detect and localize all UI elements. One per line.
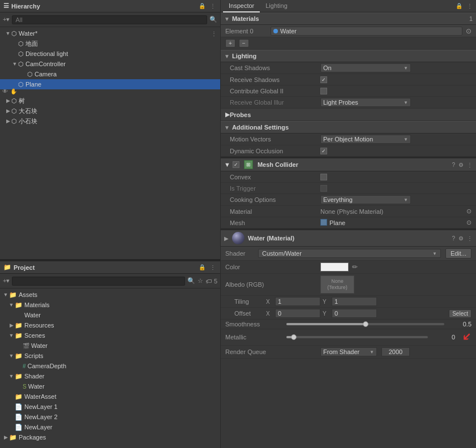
tree-arrow-camctrl: ▼ — [11, 61, 18, 67]
project-item-resources[interactable]: ▶ 📁 Resources — [0, 320, 220, 330]
eye-icon[interactable]: 👁 — [2, 88, 8, 94]
smoothness-value: 0.5 — [449, 321, 471, 328]
metallic-slider[interactable] — [286, 336, 428, 338]
project-tag-icon[interactable]: 🏷 — [205, 278, 212, 285]
project-item-scenes-water[interactable]: ▶ 🎬 Water — [0, 341, 220, 351]
tab-inspector[interactable]: Inspector — [223, 0, 260, 12]
hand-icon[interactable]: ✋ — [10, 88, 17, 94]
project-search-icon[interactable]: 🔍 — [187, 277, 195, 285]
tree-item-dirlight[interactable]: ▶ ⬡ Directional light — [0, 49, 220, 59]
eyedropper-icon[interactable]: ✏ — [352, 263, 358, 271]
watermat-help-icon[interactable]: ? — [452, 235, 455, 242]
render-queue-dropdown[interactable]: From Shader ▼ — [320, 347, 377, 356]
meshcollider-menu-icon[interactable]: ⋮ — [467, 162, 473, 168]
cast-shadows-dropdown[interactable]: On ▼ — [320, 63, 411, 72]
tree-item-dimian[interactable]: ▶ ⬡ 地面 — [0, 38, 220, 49]
project-item-waterasset[interactable]: ▶ 📁 WaterAsset — [0, 391, 220, 402]
contribute-global-checkbox[interactable] — [320, 88, 327, 94]
smoothness-slider[interactable] — [286, 323, 444, 325]
render-queue-dropdown-value: From Shader — [323, 348, 359, 355]
red-arrow-icon: ➔ — [458, 329, 475, 346]
tiling-x-input[interactable] — [275, 297, 320, 306]
project-item-scenes[interactable]: ▼ 📁 Scenes — [0, 330, 220, 341]
project-layer-icon[interactable]: 5 — [214, 278, 217, 285]
meshcollider-enabled-checkbox[interactable] — [233, 161, 239, 168]
project-item-water-shader[interactable]: ▶ S Water — [0, 381, 220, 391]
water-menu-icon[interactable]: ⋮ — [210, 30, 218, 37]
project-item-water-mat[interactable]: ▶ Water — [0, 310, 220, 320]
project-item-newlayer1[interactable]: ▶ 📄 NewLayer 1 — [0, 402, 220, 412]
project-item-newlayer2[interactable]: ▶ 📄 NewLayer 2 — [0, 412, 220, 422]
lighting-section-header[interactable]: ▼ Lighting — [221, 50, 476, 62]
watermat-menu-icon[interactable]: ⋮ — [467, 235, 473, 242]
mesh-target-icon[interactable]: ⊙ — [466, 219, 471, 226]
material-target-icon[interactable]: ⊙ — [466, 27, 471, 35]
physic-material-target-icon[interactable]: ⊙ — [466, 208, 471, 215]
inspector-lock-icon[interactable]: 🔒 — [454, 2, 464, 10]
project-item-newlayer[interactable]: ▶ 📄 NewLayer — [0, 422, 220, 432]
material-remove-button[interactable]: − — [239, 39, 249, 48]
motion-vectors-label: Motion Vectors — [230, 136, 320, 143]
tree-item-smallrock[interactable]: ▶ ⬡ 小石块 — [0, 116, 220, 126]
cube-icon-camera: ⬡ — [27, 71, 33, 78]
project-item-assets[interactable]: ▼ 📁 Assets — [0, 290, 220, 300]
additional-settings-header[interactable]: ▼ Additional Settings — [221, 121, 476, 133]
hierarchy-lock-icon[interactable]: 🔒 — [198, 2, 207, 10]
project-menu-icon[interactable]: ⋮ — [209, 264, 217, 271]
materials-arrow: ▼ — [8, 302, 15, 308]
project-lock-icon[interactable]: 🔒 — [198, 264, 207, 271]
tree-item-camctrl[interactable]: ▼ ⬡ CamController — [0, 59, 220, 69]
cooking-options-dropdown[interactable]: Everything ▼ — [320, 195, 411, 204]
shader-dropdown[interactable]: Custom/Water ▼ — [258, 249, 441, 258]
select-button[interactable]: Select — [449, 309, 471, 318]
color-swatch[interactable] — [320, 262, 349, 272]
shader-label: Shader — [225, 250, 254, 257]
mesh-value: Plane — [329, 219, 345, 226]
mesh-collider-header[interactable]: ▼ ⊞ Mesh Collider ? ⚙ ⋮ — [221, 157, 476, 171]
search-icon[interactable]: 🔍 — [209, 16, 217, 23]
water-material-header[interactable]: ▶ Water (Material) ? ⚙ ⋮ — [221, 229, 476, 247]
materials-section-header[interactable]: ▼ Materials 1 — [221, 12, 476, 25]
none-texture-box[interactable]: None(Texture) — [320, 275, 354, 294]
is-trigger-checkbox[interactable] — [320, 185, 327, 192]
project-favor-icon[interactable]: ☆ — [198, 277, 203, 285]
tab-lighting[interactable]: Lighting — [260, 0, 293, 12]
contribute-global-label: Contribute Global II — [230, 88, 320, 94]
project-search-input[interactable] — [12, 277, 185, 286]
offset-x-input[interactable] — [275, 309, 320, 318]
hierarchy-search-input[interactable] — [12, 15, 207, 24]
offset-xy-group: X Y — [266, 309, 445, 318]
project-item-materials[interactable]: ▼ 📁 Materials — [0, 300, 220, 310]
project-item-shader[interactable]: ▼ 📁 Shader — [0, 371, 220, 381]
add-icon[interactable]: +▾ — [3, 16, 10, 23]
tree-item-camera[interactable]: ▶ ⬡ Camera — [0, 69, 220, 79]
none-texture-label: None(Texture) — [327, 278, 348, 291]
receive-shadows-checkbox[interactable] — [320, 76, 327, 83]
tree-item-water[interactable]: ▼ ⬡ Water* ⋮ — [0, 28, 220, 38]
material-add-button[interactable]: + — [225, 39, 235, 48]
watermat-settings-icon[interactable]: ⚙ — [458, 235, 464, 242]
smoothness-thumb[interactable] — [363, 321, 368, 327]
tree-item-tree[interactable]: ▶ ⬡ 树 — [0, 96, 220, 106]
project-item-cameradepth[interactable]: ▶ # CameraDepth — [0, 361, 220, 371]
light-probes-dropdown[interactable]: Light Probes ▼ — [320, 98, 411, 107]
material-value-box[interactable]: Water — [271, 27, 462, 36]
convex-checkbox[interactable] — [320, 174, 327, 180]
tiling-y-input[interactable] — [332, 297, 377, 306]
dynamic-occlusion-checkbox[interactable] — [320, 148, 327, 154]
meshcollider-help-icon[interactable]: ? — [452, 162, 455, 168]
meshcollider-settings-icon[interactable]: ⚙ — [458, 162, 464, 168]
project-item-packages[interactable]: ▶ 📁 Packages — [0, 432, 220, 442]
offset-y-input[interactable] — [332, 309, 377, 318]
project-item-scripts[interactable]: ▼ 📁 Scripts — [0, 351, 220, 361]
hierarchy-menu-icon[interactable]: ⋮ — [209, 2, 217, 10]
tree-item-bigrock[interactable]: ▶ ⬡ 大石块 — [0, 106, 220, 116]
project-add-icon[interactable]: +▾ — [3, 277, 10, 285]
project-label-cameradepth: CameraDepth — [28, 363, 66, 369]
motion-vectors-dropdown[interactable]: Per Object Motion ▼ — [320, 135, 411, 144]
additional-arrow-icon: ▼ — [224, 124, 230, 131]
probes-section-header[interactable]: ▶ Probes — [221, 109, 476, 121]
metallic-thumb[interactable] — [291, 334, 297, 340]
shader-edit-button[interactable]: Edit... — [445, 248, 471, 259]
inspector-menu-icon[interactable]: ⋮ — [466, 2, 474, 10]
